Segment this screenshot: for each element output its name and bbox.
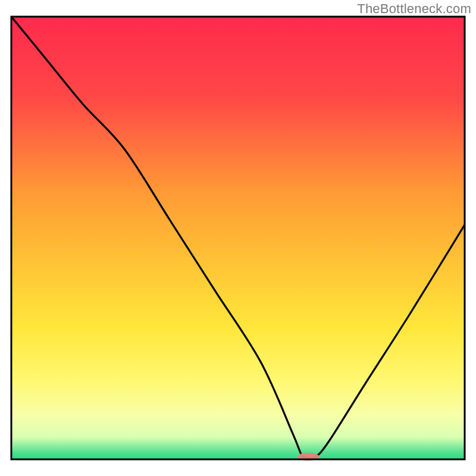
chart-container: TheBottleneck.com [0,0,476,476]
bottleneck-chart [0,0,476,476]
chart-background-gradient [11,17,465,459]
watermark-text: TheBottleneck.com [357,1,471,17]
